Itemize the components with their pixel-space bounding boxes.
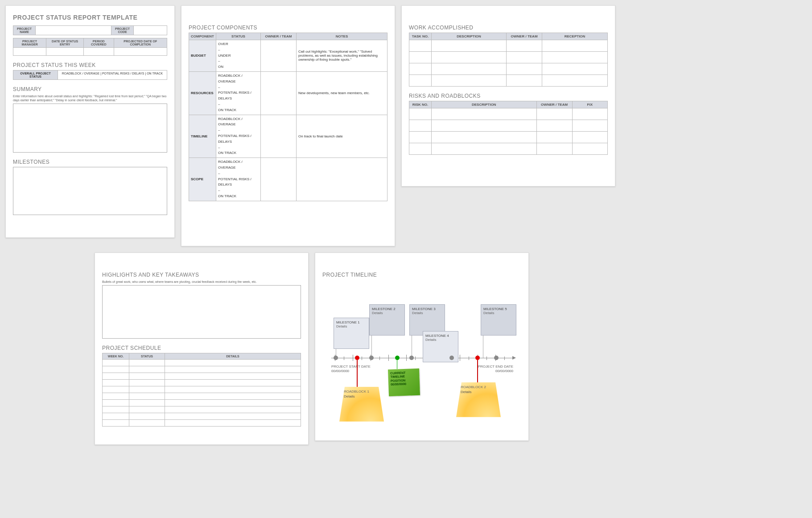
roadblock-line <box>357 360 358 387</box>
roadblock-1-details: Details <box>344 394 379 398</box>
section-risks-roadblocks: RISKS AND ROADBLOCKS <box>409 93 608 99</box>
tick <box>388 355 389 361</box>
rr-row[interactable] <box>409 143 608 155</box>
col-pm: PROJECT MANAGER <box>13 38 46 48</box>
sch-row[interactable] <box>103 419 301 426</box>
input-project-code[interactable] <box>134 26 167 35</box>
timeline-diagram: MILESTONE 1 Details MILESTONE 2 Details … <box>322 280 521 431</box>
leader-line <box>483 336 483 358</box>
sch-row[interactable] <box>103 406 301 413</box>
wa-h-3: RECEPTION <box>542 33 608 40</box>
section-work-accomplished: WORK ACCOMPLISHED <box>409 25 608 31</box>
rr-row[interactable] <box>409 108 608 120</box>
sch-row[interactable] <box>103 359 301 366</box>
current-position-note: CURRENT TIMELINE POSITION 00/00/0000 <box>388 369 420 396</box>
wa-row[interactable] <box>409 52 608 63</box>
milestone-dot <box>334 356 338 360</box>
comp-budget-owner[interactable] <box>261 40 297 72</box>
comp-scope: SCOPE <box>189 158 216 201</box>
risks-roadblocks-table: RISK NO. DESCRIPTION OWNER / TEAM FIX <box>409 101 608 155</box>
wa-row[interactable] <box>409 40 608 52</box>
section-schedule: PROJECT SCHEDULE <box>102 345 301 351</box>
comp-timeline-owner[interactable] <box>261 115 297 158</box>
page-1: PROJECT STATUS REPORT TEMPLATE PROJECT N… <box>5 5 175 238</box>
comp-timeline: TIMELINE <box>189 115 216 158</box>
components-table: COMPONENT STATUS OWNER / TEAM NOTES BUDG… <box>189 33 387 201</box>
milestone-2-title: MILESTONE 2 <box>372 307 402 311</box>
meta-table: PROJECT MANAGER DATE OF STATUS ENTRY PER… <box>13 38 167 56</box>
cell-pm[interactable] <box>13 48 46 56</box>
col-period: PERIOD COVERED <box>83 38 114 48</box>
roadblock-dot <box>355 356 359 360</box>
work-accomplished-table: TASK NO. DESCRIPTION OWNER / TEAM RECEPT… <box>409 33 608 87</box>
sch-row[interactable] <box>103 379 301 386</box>
sch-h-2: DETAILS <box>165 353 301 359</box>
milestone-1-title: MILESTONE 1 <box>336 320 367 324</box>
rr-row[interactable] <box>409 120 608 132</box>
page-2: PROJECT COMPONENTS COMPONENT STATUS OWNE… <box>181 5 395 246</box>
comp-resources-status: ROADBLOCK / OVERAGE – POTENTIAL RISKS / … <box>216 71 261 115</box>
schedule-table: WEEK NO. STATUS DETAILS <box>102 353 301 427</box>
comp-row-resources: RESOURCES ROADBLOCK / OVERAGE – POTENTIA… <box>189 71 387 115</box>
status-pill-row: OVERALL PROJECT STATUS ROADBLOCK / OVERA… <box>13 70 167 80</box>
page-3: WORK ACCOMPLISHED TASK NO. DESCRIPTION O… <box>401 5 615 186</box>
row-2: HIGHLIGHTS AND KEY TAKEAWAYS Bullets of … <box>95 253 807 445</box>
milestone-4-details: Details <box>425 338 456 342</box>
milestone-dot <box>409 356 414 360</box>
milestone-3-details: Details <box>412 311 442 315</box>
rr-row[interactable] <box>409 132 608 143</box>
comp-budget-status: OVER – UNDER – ON <box>216 40 261 72</box>
sch-row[interactable] <box>103 386 301 393</box>
rr-h-2: OWNER / TEAM <box>536 101 572 108</box>
comp-h-1: STATUS <box>216 33 261 40</box>
comp-timeline-notes: On track to final launch date <box>297 115 387 158</box>
highlights-box[interactable] <box>102 285 301 339</box>
roadblock-1-box: ROADBLOCK 1 Details <box>339 387 384 422</box>
section-summary: SUMMARY <box>13 86 167 92</box>
section-status-week: PROJECT STATUS THIS WEEK <box>13 62 167 68</box>
tick <box>353 355 353 361</box>
comp-row-timeline: TIMELINE ROADBLOCK / OVERAGE – POTENTIAL… <box>189 115 387 158</box>
tick-minor <box>379 356 380 360</box>
milestone-dot <box>494 356 499 360</box>
roadblock-2-title: ROADBLOCK 2 <box>461 385 496 389</box>
comp-h-3: NOTES <box>297 33 387 40</box>
section-milestones: MILESTONES <box>13 159 167 165</box>
rr-h-0: RISK NO. <box>409 101 432 108</box>
page-title: PROJECT STATUS REPORT TEMPLATE <box>13 14 167 21</box>
page-5: PROJECT TIMELINE <box>315 253 529 441</box>
status-options: ROADBLOCK / OVERAGE | POTENTIAL RISKS / … <box>58 70 167 80</box>
input-project-name[interactable] <box>36 26 111 35</box>
rr-h-3: FIX <box>572 101 607 108</box>
milestone-1-details: Details <box>336 324 367 328</box>
summary-hint: Enter information here about overall sta… <box>13 94 167 102</box>
milestones-box[interactable] <box>13 167 167 215</box>
tick-minor <box>362 356 362 360</box>
comp-scope-status: ROADBLOCK / OVERAGE – POTENTIAL RISKS / … <box>216 158 261 201</box>
wa-row[interactable] <box>409 63 608 75</box>
tick-minor <box>415 356 416 360</box>
summary-box[interactable] <box>13 104 167 153</box>
section-components: PROJECT COMPONENTS <box>189 25 387 31</box>
sch-row[interactable] <box>103 373 301 379</box>
wa-h-1: DESCRIPTION <box>432 33 507 40</box>
milestone-5-details: Details <box>483 311 514 315</box>
comp-scope-owner[interactable] <box>261 158 297 201</box>
cell-date[interactable] <box>46 48 84 56</box>
leader-line <box>371 336 372 358</box>
tick-minor <box>486 356 487 360</box>
sch-row[interactable] <box>103 366 301 373</box>
comp-h-2: OWNER / TEAM <box>261 33 297 40</box>
wa-row[interactable] <box>409 75 608 87</box>
sch-row[interactable] <box>103 393 301 399</box>
comp-resources-owner[interactable] <box>261 71 297 115</box>
row-1: PROJECT STATUS REPORT TEMPLATE PROJECT N… <box>5 5 807 246</box>
cell-period[interactable] <box>83 48 114 56</box>
sch-row[interactable] <box>103 399 301 406</box>
milestone-5-title: MILESTONE 5 <box>483 307 514 311</box>
milestone-1-box: MILESTONE 1 Details <box>334 318 369 349</box>
sch-row[interactable] <box>103 413 301 419</box>
label-project-name: PROJECT NAME <box>13 26 36 35</box>
cell-completion[interactable] <box>114 48 167 56</box>
col-date: DATE OF STATUS ENTRY <box>46 38 84 48</box>
